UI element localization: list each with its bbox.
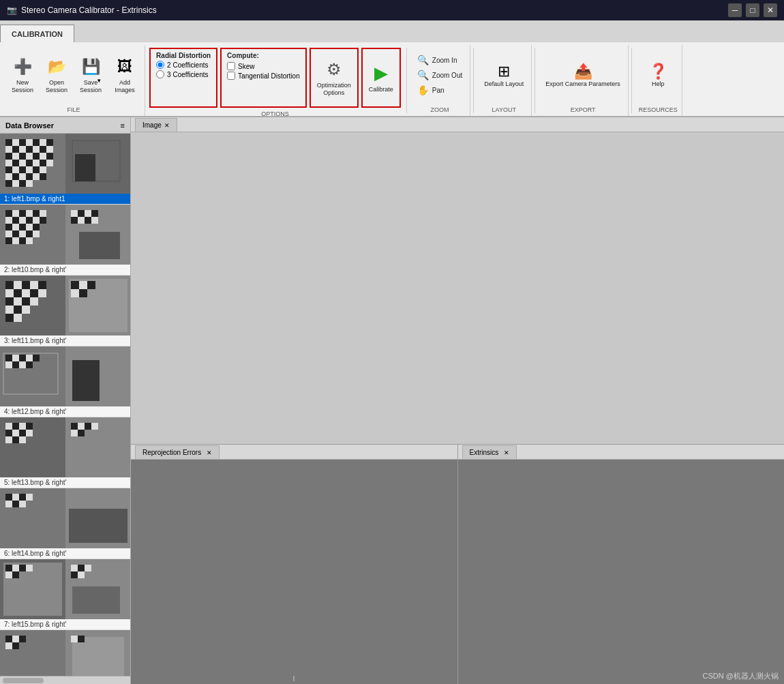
svg-rect-168 xyxy=(72,586,120,614)
svg-rect-69 xyxy=(26,231,33,237)
svg-rect-10 xyxy=(19,146,26,153)
svg-rect-142 xyxy=(71,430,78,436)
svg-rect-76 xyxy=(71,210,78,217)
svg-rect-109 xyxy=(87,281,95,289)
extrinsics-tab-close[interactable]: ✕ xyxy=(504,449,509,456)
new-session-button[interactable]: ➕ NewSession xyxy=(7,50,38,100)
svg-rect-177 xyxy=(71,636,78,642)
svg-rect-9 xyxy=(12,146,19,153)
svg-rect-2 xyxy=(12,139,19,146)
svg-rect-43 xyxy=(19,180,26,187)
svg-rect-37 xyxy=(19,173,26,180)
save-session-button[interactable]: 💾 SaveSession ▼ xyxy=(75,50,106,100)
reprojection-tab[interactable]: Reprojection Errors ✕ xyxy=(135,445,220,459)
ribbon-group-resources: ❓ Help RESOURCES xyxy=(635,45,682,116)
thumb-left-2 xyxy=(0,205,65,265)
svg-rect-116 xyxy=(19,355,26,361)
sidebar-item-2[interactable]: 2: left10.bmp & right' xyxy=(0,205,130,276)
thumb-right-5 xyxy=(65,417,130,477)
minimize-btn[interactable]: ─ xyxy=(728,3,742,17)
zoom-out-button[interactable]: 🔍 Zoom Out xyxy=(414,68,466,83)
file-group-label: FILE xyxy=(7,105,140,115)
new-session-icon: ➕ xyxy=(12,56,33,78)
svg-rect-77 xyxy=(78,210,85,217)
reprojection-tab-close[interactable]: ✕ xyxy=(207,449,212,456)
default-layout-icon: ⊞ xyxy=(498,63,510,80)
image-tab[interactable]: Image ✕ xyxy=(135,118,177,132)
extrinsics-tab[interactable]: Extrinsics ✕ xyxy=(462,445,517,459)
export-params-button[interactable]: 📤 Export Camera Parameters xyxy=(542,50,624,100)
sidebar-scrollbar[interactable] xyxy=(0,676,130,684)
sidebar-thumb-5 xyxy=(0,417,130,477)
tangential-checkbox[interactable] xyxy=(227,72,235,80)
svg-rect-17 xyxy=(19,153,26,160)
sidebar-item-8[interactable]: 8: left16.bmp & right' xyxy=(0,630,130,676)
close-btn[interactable]: ✕ xyxy=(764,3,777,17)
svg-rect-111 xyxy=(79,289,87,297)
svg-rect-52 xyxy=(26,210,33,217)
svg-rect-101 xyxy=(14,306,22,314)
add-images-button[interactable]: 🖼 AddImages xyxy=(109,50,140,100)
svg-rect-91 xyxy=(5,289,14,297)
svg-rect-170 xyxy=(5,636,12,642)
svg-rect-35 xyxy=(5,173,12,180)
svg-rect-6 xyxy=(40,139,46,146)
sidebar-options-icon[interactable]: ≡ xyxy=(121,121,125,130)
radial-distortion-section: Radial Distortion 2 Coefficients 3 Coeff… xyxy=(149,48,217,108)
calibrate-icon: ▶ xyxy=(370,63,392,85)
options-group-label: OPTIONS xyxy=(149,109,401,117)
content-area: Image ✕ left1.bmp & right1.bmp xyxy=(131,117,784,684)
maximize-btn[interactable]: □ xyxy=(746,3,759,17)
svg-rect-51 xyxy=(19,210,26,217)
image-tab-close[interactable]: ✕ xyxy=(164,122,170,129)
svg-rect-139 xyxy=(78,423,85,430)
skew-checkbox[interactable] xyxy=(227,62,235,70)
sidebar-item-1[interactable]: 1: left1.bmp & right1 xyxy=(0,134,130,205)
radio-2-coeff[interactable] xyxy=(156,61,164,69)
zoom-in-button[interactable]: 🔍 Zoom In xyxy=(414,53,466,68)
svg-rect-44 xyxy=(26,180,33,187)
svg-rect-121 xyxy=(19,361,26,368)
default-layout-button[interactable]: ⊞ Default Layout xyxy=(481,50,527,100)
sidebar-thumb-2 xyxy=(0,205,130,265)
sidebar-thumb-7 xyxy=(0,559,130,619)
pan-button[interactable]: ✋ Pan xyxy=(414,83,466,98)
svg-rect-130 xyxy=(5,430,12,436)
svg-rect-166 xyxy=(71,571,78,578)
sidebar-item-label-5: 5: left13.bmp & right' xyxy=(0,477,130,488)
svg-rect-47 xyxy=(75,154,95,181)
zoom-in-label: Zoom In xyxy=(432,57,457,64)
thumb-right-3 xyxy=(65,276,130,336)
svg-rect-15 xyxy=(5,153,12,160)
open-session-button[interactable]: 📂 OpenSession xyxy=(41,50,72,100)
extrinsics-content xyxy=(458,460,785,684)
ribbon-group-layout: ⊞ Default Layout LAYOUT xyxy=(477,45,532,116)
sidebar: Data Browser ≡ xyxy=(0,117,131,684)
svg-rect-122 xyxy=(26,361,33,368)
reprojection-tab-label: Reprojection Errors xyxy=(142,449,201,456)
svg-rect-84 xyxy=(79,232,120,259)
sidebar-scroll[interactable]: 1: left1.bmp & right1 xyxy=(0,134,130,676)
svg-rect-158 xyxy=(19,565,26,571)
svg-rect-28 xyxy=(46,160,53,166)
svg-rect-1 xyxy=(5,139,12,146)
sidebar-item-4[interactable]: 4: left12.bmp & right' xyxy=(0,346,130,417)
svg-rect-78 xyxy=(85,210,91,217)
svg-rect-73 xyxy=(19,237,26,244)
sidebar-item-3[interactable]: 3: left11.bmp & right' xyxy=(0,276,130,346)
tab-calibration[interactable]: CALIBRATION xyxy=(0,25,74,42)
svg-rect-74 xyxy=(26,237,33,244)
reprojection-content xyxy=(131,460,457,684)
sidebar-item-7[interactable]: 7: left15.bmp & right' xyxy=(0,559,130,630)
calibrate-button[interactable]: ▶ Calibrate xyxy=(364,50,398,105)
help-button[interactable]: ❓ Help xyxy=(644,50,673,100)
svg-rect-42 xyxy=(12,180,19,187)
optimization-button[interactable]: ⚙ OptimizationOptions xyxy=(312,50,356,105)
svg-rect-127 xyxy=(12,423,19,430)
svg-rect-160 xyxy=(5,571,12,578)
svg-rect-159 xyxy=(26,565,33,571)
sidebar-item-6[interactable]: 6: left14.bmp & right' xyxy=(0,488,130,559)
sidebar-item-5[interactable]: 5: left13.bmp & right' xyxy=(0,417,130,488)
radio-3-coeff[interactable] xyxy=(156,70,164,78)
svg-rect-41 xyxy=(5,180,12,187)
